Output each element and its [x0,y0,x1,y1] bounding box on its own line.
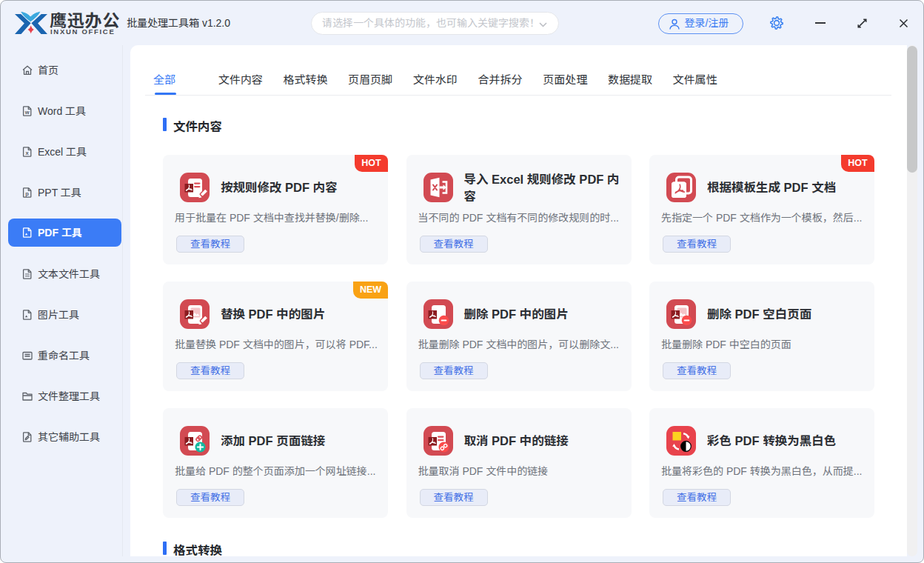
svg-text:w: w [24,109,30,116]
svg-text:x: x [26,150,30,156]
svg-text:p: p [25,190,29,197]
